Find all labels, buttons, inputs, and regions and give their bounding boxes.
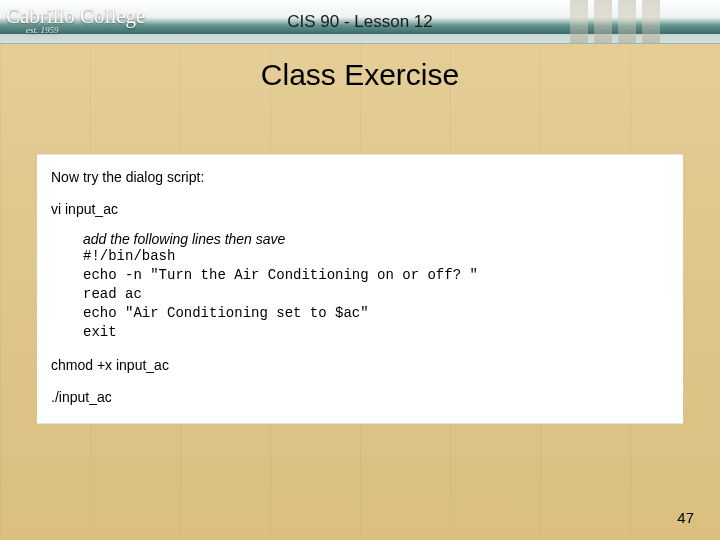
page-number: 47 [677, 509, 694, 526]
run-command: ./input_ac [51, 389, 669, 405]
content-box: Now try the dialog script: vi input_ac a… [37, 154, 683, 424]
logo-est: est. 1959 [26, 26, 59, 35]
instruction-text: add the following lines then save [83, 231, 669, 247]
pillars-graphic [570, 0, 660, 43]
script-code: #!/bin/bash echo -n "Turn the Air Condit… [83, 247, 669, 341]
chmod-command: chmod +x input_ac [51, 357, 669, 373]
slide-title: Class Exercise [0, 58, 720, 92]
lesson-label: CIS 90 - Lesson 12 [287, 12, 433, 32]
slide-header: Cabrillo College est. 1959 CIS 90 - Less… [0, 0, 720, 44]
vi-command: vi input_ac [51, 201, 669, 217]
intro-text: Now try the dialog script: [51, 169, 669, 185]
college-logo: Cabrillo College est. 1959 [6, 2, 156, 42]
